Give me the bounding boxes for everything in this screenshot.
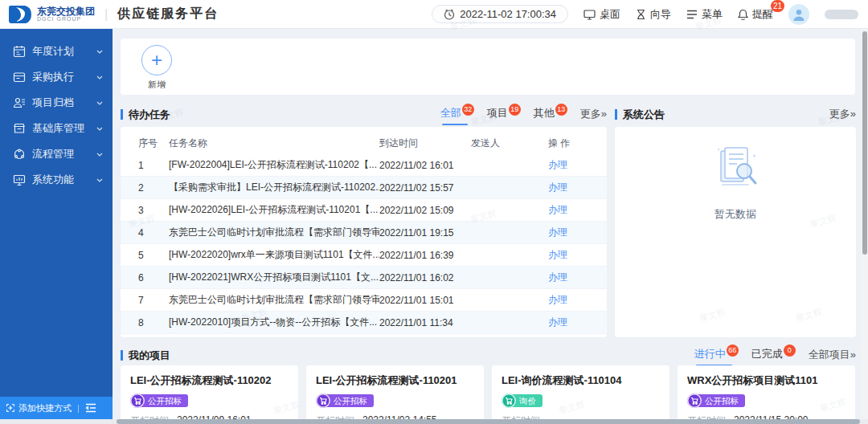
tab-project-label: 项目 (487, 107, 508, 119)
desktop-icon (583, 9, 596, 20)
wizard-icon (636, 9, 646, 20)
table-row: 6 [HW-2022021]WRX公开招标项目测试1101【文... 2022/… (121, 267, 607, 289)
handle-task-link[interactable]: 办理 (548, 226, 567, 238)
sidebar-menu: 年度计划 采购执行 项目归档 基础 (0, 29, 113, 193)
todo-more-link[interactable]: 更多» (580, 107, 607, 121)
add-shortcut-button[interactable]: 添加快捷方式 (6, 402, 72, 414)
menu-button[interactable]: 菜单 (686, 7, 723, 22)
vertical-scrollbar[interactable] (862, 29, 868, 419)
announcement-more-link[interactable]: 更多» (829, 107, 856, 121)
add-new-button[interactable]: + (141, 45, 172, 75)
horizontal-scrollbar-thumb[interactable] (117, 419, 860, 424)
handle-task-link[interactable]: 办理 (548, 181, 567, 193)
task-no: 5 (138, 250, 169, 261)
task-time: 2022/11/02 16:01 (379, 160, 471, 171)
header-actions: 2022-11-02 17:00:34 桌面 向导 菜单 (432, 4, 868, 25)
reminder-label: 提醒 (752, 7, 773, 22)
task-time: 2022/11/01 16:02 (379, 272, 471, 283)
chevron-down-icon (96, 101, 103, 105)
tab-completed[interactable]: 已完成0 (751, 347, 796, 363)
tab-other[interactable]: 其他13 (534, 106, 567, 122)
tab-completed-label: 已完成 (751, 348, 783, 360)
flow-icon (13, 148, 26, 161)
vertical-scrollbar-thumb[interactable] (862, 31, 867, 255)
todo-section-header: 待办任务 全部32 项目19 其他13 更多» (121, 105, 607, 123)
handle-task-link[interactable]: 办理 (548, 316, 567, 328)
sidebar-item-annual-plan[interactable]: 年度计划 (0, 39, 113, 64)
sidebar-item-system-functions[interactable]: 系统功能 (0, 167, 113, 193)
task-name: 东莞巴士公司临时计划审批流程【需求部门领导审... (169, 226, 379, 239)
todo-table-header: 序号 任务名称 到达时间 发送人 操 作 (121, 132, 607, 154)
projects-title: 我的项目 (121, 350, 170, 361)
sidebar-item-process-management[interactable]: 流程管理 (0, 141, 113, 167)
table-row: 1 [FW-2022004]LEI-公开招标流程测试-110202【... 20… (121, 154, 607, 177)
task-no: 8 (138, 317, 169, 328)
project-card[interactable]: WRX公开招标项目测试1101 公开招标 开标时间 2022/11/15 20:… (678, 365, 855, 424)
sidebar-item-base-library[interactable]: 基础库管理 (0, 116, 113, 141)
sidebar-item-procurement[interactable]: 采购执行 (0, 64, 113, 90)
tab-project[interactable]: 项目19 (487, 106, 521, 122)
no-data-text: 暂无数据 (714, 207, 756, 222)
handle-task-link[interactable]: 办理 (548, 271, 567, 283)
collapse-sidebar-button[interactable] (85, 403, 96, 413)
add-shortcut-label: 添加快捷方式 (18, 402, 72, 414)
task-no: 6 (138, 272, 169, 283)
handle-task-link[interactable]: 办理 (548, 204, 567, 215)
table-row: 7 东莞巴士公司临时计划审批流程【需求部门领导审... 2022/11/01 1… (121, 289, 607, 312)
project-tag-label: 公开招标 (324, 394, 374, 407)
monitor-icon (13, 173, 26, 186)
header-divider: | (104, 7, 108, 22)
todo-table-card: 序号 任务名称 到达时间 发送人 操 作 1 [FW-2022004]LEI-公… (121, 127, 607, 337)
handle-task-link[interactable]: 办理 (548, 294, 567, 305)
tab-all[interactable]: 全部32 (440, 106, 474, 122)
chevron-down-icon (96, 178, 103, 182)
project-tag: 公开招标 (316, 393, 374, 408)
task-name: [HW-2022010]项目方式--物资--公开招标【文件... (169, 316, 379, 329)
sidebar-item-label: 流程管理 (32, 147, 74, 161)
col-no: 序号 (138, 137, 169, 150)
project-card[interactable]: LEI-公开招标流程测试-110202 公开招标 开标时间 2022/11/09… (121, 365, 298, 424)
bell-icon (738, 9, 748, 20)
supply-chain-platform-screen: 东莞交投集团 DGCI GROUP | 供应链服务平台 2022-11-02 1… (0, 0, 868, 424)
all-projects-link[interactable]: 全部项目» (809, 348, 856, 362)
sidebar-item-project-archive[interactable]: 项目归档 (0, 90, 113, 116)
sidebar-footer-divider: | (77, 403, 80, 413)
top-header: 东莞交投集团 DGCI GROUP | 供应链服务平台 2022-11-02 1… (0, 0, 868, 29)
calendar-icon (13, 45, 26, 58)
table-row: 4 东莞巴士公司临时计划审批流程【需求部门领导审... 2022/11/01 1… (121, 222, 607, 244)
project-card[interactable]: LEI-公开招标流程测试-110201 公开招标 开标时间 2022/11/02… (306, 365, 484, 424)
user-avatar[interactable] (788, 4, 809, 25)
user-name-redacted (825, 10, 858, 19)
table-row: 2 【采购需求审批】LEI-公开招标流程测试-110202... 2022/11… (121, 177, 607, 199)
tab-completed-count-badge: 0 (784, 344, 796, 357)
table-row: 8 [HW-2022010]项目方式--物资--公开招标【文件... 2022/… (121, 312, 607, 334)
handle-task-link[interactable]: 办理 (548, 159, 567, 170)
chevron-down-icon (96, 50, 103, 54)
col-sender: 发送人 (471, 137, 548, 150)
task-no: 7 (138, 295, 169, 306)
sidebar-item-label: 年度计划 (32, 44, 74, 59)
wizard-button[interactable]: 向导 (636, 7, 671, 22)
clock-widget: 2022-11-02 17:00:34 (432, 5, 568, 23)
task-name: [HW-2022021]WRX公开招标项目测试1101【文... (169, 271, 379, 284)
chevron-down-icon (96, 153, 103, 157)
chevron-down-icon (96, 75, 103, 80)
chevron-down-icon (96, 127, 103, 131)
table-row: 5 [HW-2022020]wrx单一来源项目测试1101【文件... 2022… (121, 244, 607, 267)
col-action: 操 作 (548, 137, 584, 150)
reminder-button[interactable]: 提醒 21 (738, 7, 773, 22)
task-time: 2022/11/01 11:34 (379, 317, 471, 328)
add-new-label: 新增 (141, 79, 172, 91)
tab-in-progress[interactable]: 进行中66 (694, 347, 739, 363)
company-logo-icon (8, 4, 32, 25)
todo-tabs: 全部32 项目19 其他13 更多» (440, 106, 607, 122)
task-time: 2022/11/01 19:15 (379, 227, 471, 238)
project-title: LEI-公开招标流程测试-110201 (316, 373, 474, 388)
project-card[interactable]: LEI-询价流程测试-110104 询价 开标时间 (492, 365, 669, 424)
task-time: 2022/11/01 16:39 (379, 250, 471, 261)
horizontal-scrollbar[interactable] (0, 419, 868, 424)
handle-task-link[interactable]: 办理 (548, 249, 567, 260)
desktop-button[interactable]: 桌面 (583, 7, 620, 22)
todo-title: 待办任务 (121, 109, 170, 120)
project-title: WRX公开招标项目测试1101 (687, 373, 845, 388)
